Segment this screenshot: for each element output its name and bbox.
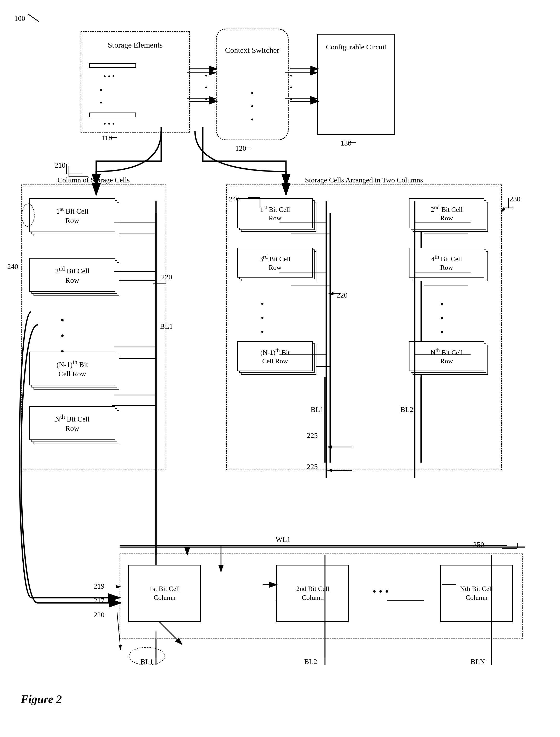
1st-bit-col-label: 1st Bit Cell Column (147, 584, 183, 602)
ref-120-line (243, 148, 251, 148)
ref-217: 217 (94, 596, 105, 605)
bit-cell-1st-left: 1st Bit CellRow (29, 198, 123, 240)
rr2-stack1: 2nd Bit CellRow (409, 198, 484, 228)
bottom-row-box: 1st Bit Cell Column 2nd Bit Cell Column … (120, 553, 523, 639)
ref-210-vert (66, 164, 67, 174)
ref-240-right: 240 (229, 195, 240, 203)
bit-cell-3rd-right-left: 3rd Bit CellRow (237, 248, 321, 284)
bit-cell-4th-right-right: 4th Bit CellRow (409, 248, 492, 284)
bl2-bot-label: BL2 (304, 657, 317, 666)
ref-110-line (109, 137, 117, 138)
stack-1n1: (N-1)th BitCell Row (29, 352, 115, 385)
bl1-label-left: BL1 (160, 322, 173, 331)
nth-bit-row-label-right-right: Nth Bit CellRow (431, 347, 463, 366)
ref-100-arrow (28, 14, 40, 22)
stack-1nth: Nth Bit CellRow (29, 406, 115, 440)
nth-bit-row-label-left: Nth Bit CellRow (55, 413, 89, 433)
bottom-dots: • • • (373, 585, 389, 598)
2nd-bit-col-label: 2nd Bit Cell Column (295, 584, 331, 602)
bl1-label-right: BL1 (311, 405, 324, 414)
bln-bot-label: BLN (471, 657, 485, 666)
rrnth-stack1: Nth Bit CellRow (409, 341, 484, 371)
ref-100: 100 (14, 14, 25, 23)
storage-elements-label: Storage Elements (81, 40, 189, 50)
n1-bit-row-label-left: (N-1)th BitCell Row (56, 358, 88, 378)
ref-225-bot: 225 (307, 462, 318, 471)
storage-cells-two-col-label: Storage Cells Arranged in Two Columns (227, 175, 501, 185)
bl2-label-right: BL2 (400, 405, 413, 414)
ref-250: 250 (473, 540, 484, 549)
rsn1-stack1: (N-1)th BitCell Row (237, 341, 313, 371)
bit-cell-nth-right-right: Nth Bit CellRow (409, 341, 492, 377)
2nd-bit-row-label-right-right: 2nd Bit CellRow (431, 204, 463, 223)
diagram-container: 100 Storage Elements • • • ••• • • • 110… (0, 0, 560, 737)
ref-130-line (348, 142, 356, 143)
bit-cell-col-1: 1st Bit Cell Column (128, 565, 201, 622)
context-switcher-dots: ••• (251, 87, 253, 127)
figure-label: Figure 2 (21, 693, 62, 706)
n1-bit-row-label-right: (N-1)th BitCell Row (261, 347, 290, 366)
rs3-stack1: 3rd Bit CellRow (237, 248, 313, 278)
3rd-bit-row-label-right: 3rd Bit CellRow (259, 253, 290, 272)
bit-cell-col-2: 2nd Bit Cell Column (276, 565, 349, 622)
ref-230: 230 (510, 195, 520, 203)
ellipse-1st-left (22, 204, 35, 227)
cs-dots-left: ••• (205, 70, 207, 105)
stack-1: 1st Bit CellRow (29, 198, 115, 232)
storage-dots-bot: • • • (103, 120, 115, 128)
bl1-ellipse-bot (129, 647, 165, 665)
bit-cell-2nd-left: 2nd Bit CellRow (29, 258, 123, 300)
bit-cell-2nd-right-right: 2nd Bit CellRow (409, 198, 492, 235)
ref-220-right: 220 (337, 291, 348, 300)
right-right-dots: ••• (440, 297, 444, 339)
bit-cell-nth-left: Nth Bit CellRow (29, 406, 123, 448)
right-left-dots: ••• (261, 297, 264, 339)
nth-bit-col-label: Nth Bit Cell Column (459, 584, 494, 602)
rs-stack1: 1st Bit CellRow (237, 198, 313, 228)
bit-cell-n1-left: (N-1)th BitCell Row (29, 352, 123, 393)
bit-cell-col-nth: Nth Bit Cell Column (440, 565, 513, 622)
storage-reg-top (89, 63, 136, 68)
ref-220-botleft: 220 (94, 611, 105, 619)
ref-220-left: 220 (161, 273, 172, 281)
stack-1b: 2nd Bit CellRow (29, 258, 115, 292)
ref-219: 219 (94, 582, 105, 590)
storage-elements-box: Storage Elements • • • ••• • • • (81, 31, 190, 133)
ref-240-left: 240 (7, 263, 18, 271)
1st-bit-row-label-left: 1st Bit CellRow (56, 205, 88, 225)
2nd-bit-row-label-left: 2nd Bit CellRow (55, 265, 89, 285)
ref-225-top: 225 (307, 431, 318, 440)
ref-130: 130 (341, 139, 351, 147)
cs-dots-right: ••• (290, 70, 292, 105)
wl1-label: WL1 (276, 535, 291, 544)
ref-120: 120 (235, 144, 246, 153)
configurable-circuit-box: Configurable Circuit (317, 34, 395, 135)
storage-dots-top: • • • (103, 72, 115, 81)
context-switcher-box: Context Switcher ••• (216, 29, 289, 140)
left-column-box: Column of Storage Cells 1st Bit CellRow … (21, 185, 166, 470)
right-section-box: Storage Cells Arranged in Two Columns 1s… (226, 185, 502, 470)
4th-bit-row-label-right: 4th Bit CellRow (431, 253, 462, 272)
ref-210: 210 (55, 161, 66, 170)
configurable-circuit-label: Configurable Circuit (318, 42, 394, 52)
context-switcher-label: Context Switcher (217, 45, 288, 55)
ref-210-horiz (67, 174, 82, 174)
storage-reg-bot (89, 113, 136, 117)
svg-line-72 (502, 208, 504, 212)
ref-110: 110 (101, 134, 112, 142)
bit-cell-n1-right-left: (N-1)th BitCell Row (237, 341, 321, 377)
1st-bit-row-label-right: 1st Bit CellRow (260, 204, 290, 223)
bit-cell-1st-right-left: 1st Bit CellRow (237, 198, 321, 235)
column-storage-cells-label: Column of Storage Cells (22, 175, 166, 185)
ref-230-line (508, 198, 509, 209)
rr4-stack1: 4th Bit CellRow (409, 248, 484, 278)
